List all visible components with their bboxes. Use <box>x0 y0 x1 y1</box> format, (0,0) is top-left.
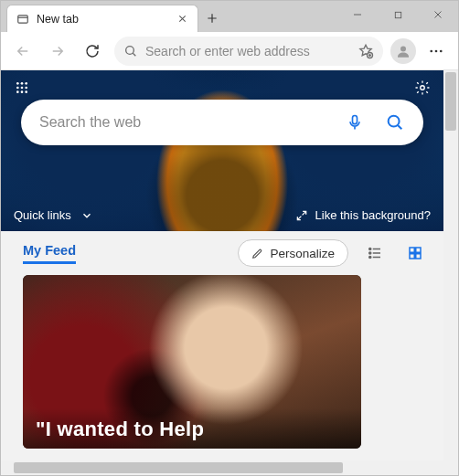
grid-view-button[interactable] <box>401 239 429 267</box>
svg-rect-18 <box>353 116 358 124</box>
search-icon <box>123 44 138 58</box>
svg-rect-0 <box>18 15 28 22</box>
profile-avatar[interactable] <box>390 38 416 64</box>
svg-point-4 <box>400 46 406 51</box>
news-card[interactable]: "I wanted to Help <box>23 275 361 449</box>
close-window-button[interactable] <box>418 1 458 28</box>
search-submit-button[interactable] <box>379 107 411 138</box>
vertical-scroll-thumb[interactable] <box>445 72 456 131</box>
web-search-input[interactable] <box>39 114 330 131</box>
like-background-label: Like this background? <box>315 208 431 222</box>
svg-rect-26 <box>416 254 421 259</box>
svg-point-7 <box>440 49 443 52</box>
hero: Quick links Like this background? <box>1 70 443 231</box>
svg-point-16 <box>25 90 27 93</box>
personalize-button[interactable]: Personalize <box>238 239 348 267</box>
svg-point-21 <box>369 252 371 254</box>
svg-point-20 <box>369 248 371 249</box>
svg-rect-24 <box>416 248 421 252</box>
pencil-icon <box>251 247 264 259</box>
chevron-down-icon <box>80 209 93 222</box>
svg-point-22 <box>369 256 371 258</box>
page-settings-button[interactable] <box>411 76 434 100</box>
more-menu-button[interactable] <box>420 36 453 67</box>
svg-point-17 <box>421 86 425 90</box>
minimize-button[interactable] <box>337 1 378 28</box>
svg-point-5 <box>430 49 432 52</box>
browser-tab[interactable]: New tab <box>6 5 198 32</box>
content-row: Quick links Like this background? <box>1 70 458 460</box>
expand-icon <box>295 209 308 222</box>
vertical-scrollbar[interactable] <box>443 70 458 460</box>
forward-button[interactable] <box>41 36 74 67</box>
svg-rect-25 <box>410 254 414 259</box>
tab-title: New tab <box>37 13 166 26</box>
personalize-label: Personalize <box>270 247 335 260</box>
quick-links-label: Quick links <box>14 208 71 222</box>
svg-point-15 <box>21 90 24 93</box>
news-card-headline: "I wanted to Help <box>23 408 361 449</box>
address-input[interactable] <box>145 44 350 58</box>
horizontal-scrollbar[interactable] <box>1 460 458 475</box>
newtab-favicon-icon <box>16 13 29 26</box>
svg-point-2 <box>126 46 134 54</box>
svg-point-6 <box>435 49 438 52</box>
svg-point-10 <box>25 82 27 85</box>
svg-point-12 <box>21 87 24 90</box>
svg-point-8 <box>16 82 19 85</box>
like-background-link[interactable]: Like this background? <box>295 208 431 222</box>
back-button[interactable] <box>6 36 39 67</box>
refresh-button[interactable] <box>76 36 109 67</box>
svg-rect-23 <box>410 248 414 252</box>
browser-window: New tab <box>0 0 459 476</box>
toolbar <box>1 32 458 70</box>
favorite-add-icon[interactable] <box>358 43 374 59</box>
quick-links-toggle[interactable]: Quick links <box>14 208 93 222</box>
address-bar[interactable] <box>114 37 383 66</box>
svg-point-19 <box>389 116 400 127</box>
feed-header: My Feed Personalize <box>1 231 443 275</box>
maximize-button[interactable] <box>378 1 418 28</box>
tab-close-button[interactable] <box>174 11 190 27</box>
hero-bottom-row: Quick links Like this background? <box>14 208 431 222</box>
page-content: Quick links Like this background? <box>1 70 443 460</box>
new-tab-button[interactable] <box>198 5 226 32</box>
feed-cards-area: "I wanted to Help <box>1 275 443 460</box>
web-search-box[interactable] <box>21 100 423 145</box>
hero-top-row <box>10 76 434 100</box>
svg-point-13 <box>25 87 27 90</box>
svg-point-11 <box>16 87 19 90</box>
svg-rect-1 <box>395 12 400 17</box>
titlebar: New tab <box>1 1 458 32</box>
feed-tab-myfeed[interactable]: My Feed <box>23 243 76 264</box>
tabstrip: New tab <box>1 1 337 32</box>
window-controls <box>337 1 458 28</box>
list-view-button[interactable] <box>361 239 389 267</box>
apps-grid-button[interactable] <box>10 76 34 100</box>
svg-point-9 <box>21 82 24 85</box>
horizontal-scroll-thumb[interactable] <box>14 462 343 473</box>
voice-search-button[interactable] <box>339 107 370 138</box>
svg-point-14 <box>16 90 19 93</box>
